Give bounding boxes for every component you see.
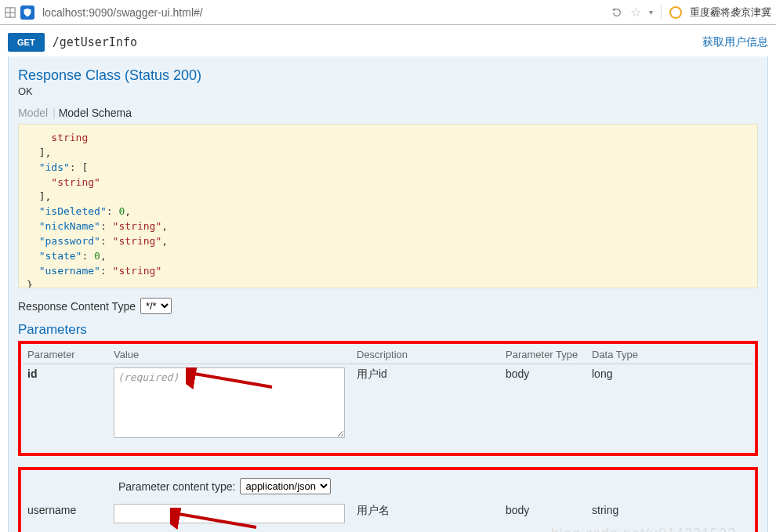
parameters-title: Parameters xyxy=(18,322,758,338)
model-schema-box[interactable]: string ], "ids": [ "string" ], "isDelete… xyxy=(18,124,758,288)
operation-description[interactable]: 获取用户信息 xyxy=(702,35,768,49)
param-name-id: id xyxy=(27,367,37,380)
watermark-text: blog.csdn.net/u014231523 xyxy=(551,526,736,532)
param-name-username: username xyxy=(27,504,76,516)
th-description: Description xyxy=(352,346,501,364)
param-row-id: id 用户id body long xyxy=(23,364,753,452)
param-value-id-input[interactable] xyxy=(114,367,345,438)
param-content-type-label: Parameter content type: xyxy=(118,480,235,493)
panel-toggle-icon[interactable] xyxy=(5,7,16,18)
param-content-type-select[interactable]: application/json xyxy=(240,478,331,494)
highlight-box-2: Parameter content type: application/json… xyxy=(18,467,758,532)
param-value-username-input[interactable] xyxy=(114,504,345,523)
param-dtype-id: long xyxy=(587,364,753,452)
response-class-title: Response Class (Status 200) xyxy=(18,67,758,84)
th-parameter-type: Parameter Type xyxy=(501,346,587,364)
param-desc-id: 用户id xyxy=(352,364,501,452)
parameters-table: Parameter Value Description Parameter Ty… xyxy=(23,346,753,451)
operation-path: /getUserInfo xyxy=(53,35,137,49)
highlight-box-1: Parameter Value Description Parameter Ty… xyxy=(18,341,758,456)
tab-model[interactable]: Model xyxy=(18,105,53,121)
security-shield-icon[interactable] xyxy=(20,5,34,20)
reload-icon[interactable] xyxy=(611,7,622,18)
response-content-type-label: Response Content Type xyxy=(18,300,136,313)
tab-model-schema[interactable]: Model Schema xyxy=(59,105,136,121)
param-ptype-id: body xyxy=(501,364,587,452)
browser-address-bar: localhost:9090/swagger-ui.html#/ ☆ ▾ 重度霾… xyxy=(0,0,776,25)
http-method-badge: GET xyxy=(8,33,45,52)
sidebar-page-title[interactable]: 重度霾将袭京津冀 xyxy=(690,5,771,20)
browser-logo-icon xyxy=(669,6,682,19)
dropdown-icon[interactable]: ▾ xyxy=(649,8,653,16)
response-content-type-select[interactable]: */* xyxy=(140,298,172,314)
th-data-type: Data Type xyxy=(587,346,753,364)
response-status-text: OK xyxy=(18,85,758,97)
schema-tabs: Model| Model Schema xyxy=(18,105,758,121)
star-icon[interactable]: ☆ xyxy=(630,5,641,20)
th-parameter: Parameter xyxy=(23,346,109,364)
url-input[interactable]: localhost:9090/swagger-ui.html#/ xyxy=(39,5,607,20)
operation-body: Response Class (Status 200) OK Model| Mo… xyxy=(8,56,768,532)
param-desc-username: 用户名 xyxy=(352,501,501,532)
operation-header[interactable]: GET /getUserInfo 获取用户信息 xyxy=(8,30,768,55)
th-value: Value xyxy=(109,346,352,364)
